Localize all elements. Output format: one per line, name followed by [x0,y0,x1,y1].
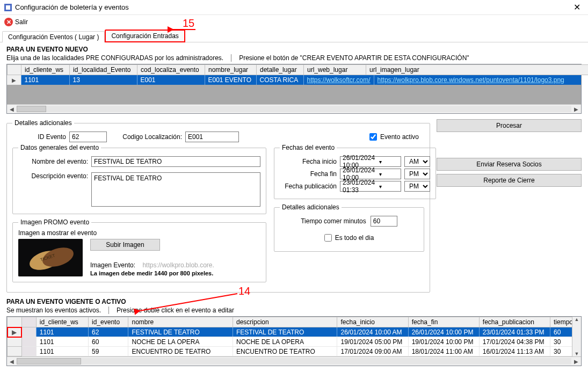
section-active-hint1: Se muestran los eventos activos. [6,307,101,314]
reporte-cierre-button[interactable]: Reporte de Cierre [437,174,582,187]
exit-icon: ✕ [4,18,13,26]
nombre-evento-label: Nombre del evento: [18,158,88,165]
grid2-hscroll[interactable]: ◀ ▶ [7,356,581,366]
id-evento-input[interactable] [69,132,107,142]
toolbar: ✕ Salir [0,15,588,29]
exit-button[interactable]: Salir [15,18,28,26]
eventos-activos-grid[interactable]: id_cliente_ws id_evento nombre descripci… [6,316,582,366]
grid2-vscroll[interactable]: ▲ ▼ [572,317,581,356]
titlebar: Configuración de boletería y eventos ✕ [0,0,588,15]
tiempo-comer-label: Tiempo comer minutos [301,217,366,225]
fecha-fin-input[interactable]: 26/01/2024 10:00▾ [340,169,401,179]
fechas-evento-group: Fechas del evento Fecha inicio 26/01/202… [274,144,436,199]
cod-loc-input[interactable] [185,132,239,142]
grid2-row[interactable]: 1101 59 ENCUENTRO DE TEATRO ENCUENTRO DE… [8,347,572,356]
enviar-reserva-button[interactable]: Enviar Reserva Socios [437,158,582,171]
svg-rect-1 [6,5,10,10]
detalles-extra-group: Detalles adicionales Tiempo comer minuto… [274,203,424,252]
calendar-icon[interactable]: ▾ [377,171,401,177]
cod-loc-label: Codigo Localización: [118,133,182,141]
desc-evento-input[interactable]: FESTIVAL DE TEATRO [91,172,260,207]
fecha-inicio-ampm[interactable]: AM [404,156,430,167]
es-todo-dia-label: Es todo el dia [335,234,374,242]
app-icon [4,4,12,11]
es-todo-dia-checkbox[interactable] [324,234,332,242]
separator [231,54,231,62]
row-indicator-icon: ▶ [8,327,22,337]
tab-config-entradas[interactable]: Configuración Entradas [105,30,185,42]
section-new-hint1: Elija una de las localidades PRE CONFIGU… [6,54,223,62]
calendar-icon[interactable]: ▾ [377,159,401,165]
grid2-row[interactable]: ▶ 1101 62 FESTIVAL DE TEATRO FESTIVAL DE… [8,327,572,337]
scroll-left-icon[interactable]: ◀ [8,359,16,364]
separator [108,307,109,314]
section-new-hint2: Presione el botón de "CREAR EVENTO APART… [239,54,469,62]
section-active-hint2: Presione doble click en el evento a edit… [117,307,234,314]
grid1-hscroll[interactable]: ◀ ▶ [7,104,581,113]
grid1-header-row: id_cliente_ws id_localidad_Evento cod_lo… [8,65,589,75]
fecha-inicio-input[interactable]: 26/01/2024 10:00▾ [340,156,401,167]
detalles-adicionales-group: Detalles adicionales ID Evento Codigo Lo… [6,119,430,293]
nombre-evento-input[interactable] [91,156,260,167]
row-indicator-icon: ▶ [7,75,21,85]
subir-imagen-button[interactable]: Subir Imagen [90,239,160,251]
grid1-row[interactable]: ▶ 1101 13 E001 E001 EVENTO COSTA RICA ht… [7,75,581,85]
imagen-evento-label: Imagen Evento: [90,261,135,269]
tab-config-eventos[interactable]: Configuración Eventos ( Lugar ) [2,31,105,42]
evento-activo-label: Evento activo [380,133,419,141]
window-close-button[interactable]: ✕ [569,1,585,13]
url-web-link[interactable]: https://wolksoftcr.com/ [307,76,371,84]
id-evento-label: ID Evento [12,133,66,141]
imagen-evento-url: https://wolkpro.blob.core. [142,261,214,269]
scroll-right-icon[interactable]: ▶ [572,106,580,112]
datos-generales-group: Datos generales del evento Nombre del ev… [12,144,266,214]
section-new-heading: PARA UN EVENTO NUEVO [6,46,582,53]
grid2-row[interactable]: 1101 60 NOCHE DE LA OPERA NOCHE DE LA OP… [8,337,572,347]
localidades-grid[interactable]: id_cliente_ws id_localidad_Evento cod_lo… [6,64,582,114]
imagen-promo-sub: Imagen a mostrar el evento [18,229,260,237]
scroll-right-icon[interactable]: ▶ [572,359,580,364]
fecha-pub-ampm[interactable]: PM [404,181,430,192]
calendar-icon[interactable]: ▾ [377,184,401,189]
promo-image: TICKET [18,239,83,276]
url-imagen-link[interactable]: https://wolkpro.blob.core.windows.net/pu… [378,76,564,84]
tiempo-comer-input[interactable] [371,216,397,227]
imagen-promo-group: Imagen PROMO evento Imagen a mostrar el … [12,218,266,282]
procesar-button[interactable]: Procesar [437,119,582,132]
desc-evento-label: Descripción evento: [18,172,88,180]
imagen-dim-hint: La imagen debe medir 1440 por 800 pixele… [90,270,260,276]
window-title: Configuración de boletería y eventos [15,3,129,11]
tabs: Configuración Eventos ( Lugar ) Configur… [0,29,588,42]
fecha-fin-ampm[interactable]: PM [404,169,430,179]
section-active-heading: PARA UN EVENTO VIGENTE O ACTIVO [6,298,582,305]
scroll-left-icon[interactable]: ◀ [8,106,16,112]
grid2-header-row: id_cliente_ws id_evento nombre descripci… [8,317,572,327]
evento-activo-checkbox[interactable] [369,133,377,141]
fecha-pub-input[interactable]: 23/01/2024 01:33▾ [340,181,401,192]
